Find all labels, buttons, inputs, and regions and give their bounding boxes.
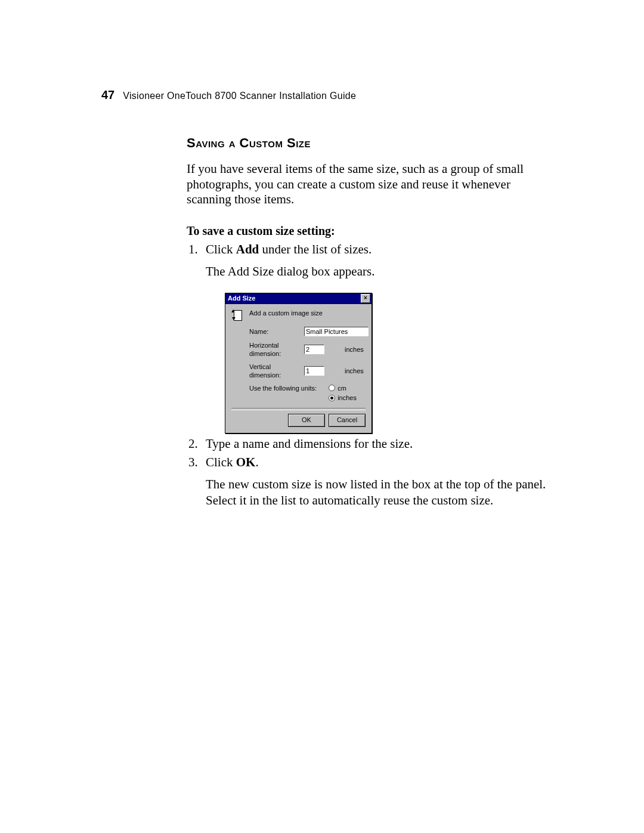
separator: [231, 408, 366, 410]
hdim-label: Horizontal dimension:: [249, 341, 302, 358]
radio-inches-label: inches: [338, 394, 357, 402]
page-number: 47: [101, 88, 114, 102]
ok-button[interactable]: OK: [288, 414, 325, 427]
dialog-caption: Add a custom image size: [249, 309, 323, 317]
vdim-label: Vertical dimension:: [249, 363, 302, 379]
units-label: Use the following units:: [249, 384, 317, 402]
vdim-input[interactable]: [304, 366, 324, 376]
vdim-unit: inches: [341, 367, 369, 375]
step-3-continuation: The new custom size is now listed in the…: [206, 476, 550, 509]
step-1: Click Add under the list of sizes. The A…: [201, 241, 550, 433]
step-1-text: Click Add under the list of sizes.: [206, 242, 371, 256]
add-size-dialog: Add Size × Add a custom image size: [225, 293, 372, 433]
units-radio-group: cm inches: [329, 384, 357, 402]
name-input[interactable]: [304, 327, 369, 336]
radio-cm-label: cm: [338, 384, 346, 392]
radio-cm-indicator: [329, 385, 335, 391]
close-button[interactable]: ×: [361, 294, 370, 303]
hdim-input[interactable]: [304, 345, 324, 354]
dialog-titlebar: Add Size ×: [225, 293, 371, 304]
radio-cm[interactable]: cm: [329, 384, 357, 392]
step-3: Click OK. The new custom size is now lis…: [201, 454, 550, 509]
cancel-button[interactable]: Cancel: [329, 414, 366, 427]
intro-paragraph: If you have several items of the same si…: [187, 162, 550, 208]
step-3-text: Click OK.: [206, 455, 259, 469]
dialog-title: Add Size: [228, 294, 255, 302]
custom-size-icon: [231, 309, 243, 323]
header-title: Visioneer OneTouch 8700 Scanner Installa…: [123, 91, 356, 101]
section-heading: Saving a Custom Size: [187, 135, 552, 151]
hdim-unit: inches: [341, 345, 369, 354]
radio-inches-indicator: [329, 395, 335, 401]
step-2: Type a name and dimensions for the size.: [201, 436, 550, 452]
step-2-text: Type a name and dimensions for the size.: [206, 436, 413, 451]
running-header: 47 Visioneer OneTouch 8700 Scanner Insta…: [101, 88, 552, 102]
steps-list: Click Add under the list of sizes. The A…: [187, 241, 550, 509]
radio-inches[interactable]: inches: [329, 394, 357, 402]
procedure-heading: To save a custom size setting:: [187, 224, 550, 238]
step-1-continuation: The Add Size dialog box appears.: [206, 264, 550, 280]
name-label: Name:: [249, 327, 302, 336]
